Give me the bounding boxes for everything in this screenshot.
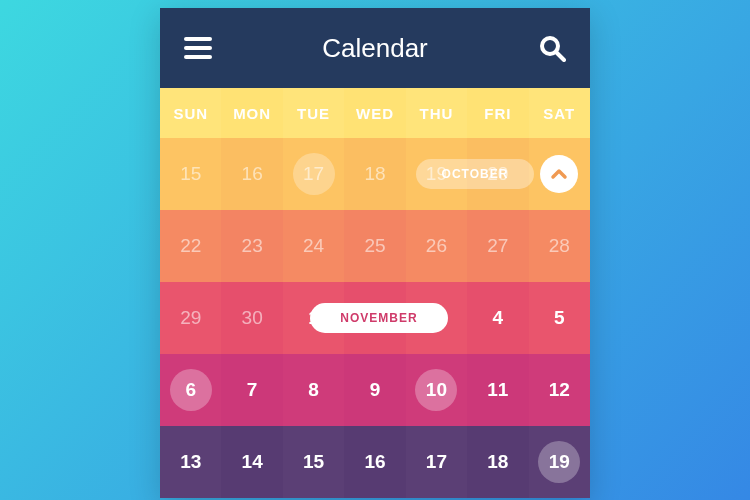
- day-cell[interactable]: 13: [160, 426, 221, 498]
- day-cell[interactable]: 25: [344, 210, 405, 282]
- day-cell[interactable]: 23: [221, 210, 282, 282]
- chevron-up-icon: [550, 165, 568, 183]
- day-cell[interactable]: 19: [529, 426, 590, 498]
- day-cell[interactable]: 26: [406, 210, 467, 282]
- svg-rect-2: [184, 55, 212, 59]
- svg-line-4: [556, 52, 564, 60]
- day-cell[interactable]: 12: [529, 354, 590, 426]
- weekday-label: FRI: [467, 88, 528, 138]
- day-cell[interactable]: 17: [283, 138, 344, 210]
- calendar-row: 15 16 17 18 19 20 21 OCTOBER: [160, 138, 590, 210]
- calendar-widget: Calendar SUN MON TUE WED THU FRI SAT 15 …: [160, 8, 590, 498]
- search-icon[interactable]: [536, 32, 568, 64]
- day-cell[interactable]: 4: [467, 282, 528, 354]
- menu-icon[interactable]: [182, 32, 214, 64]
- day-cell[interactable]: 6: [160, 354, 221, 426]
- day-cell[interactable]: 17: [406, 426, 467, 498]
- day-cell[interactable]: 30: [221, 282, 282, 354]
- calendar-row: 22 23 24 25 26 27 28: [160, 210, 590, 282]
- month-label-prev: OCTOBER: [416, 159, 534, 189]
- day-cell[interactable]: 11: [467, 354, 528, 426]
- weekday-label: WED: [344, 88, 405, 138]
- day-cell[interactable]: 27: [467, 210, 528, 282]
- day-cell[interactable]: 15: [160, 138, 221, 210]
- day-cell[interactable]: 29: [160, 282, 221, 354]
- weekday-label: MON: [221, 88, 282, 138]
- weekday-label: THU: [406, 88, 467, 138]
- calendar-row: 13 14 15 16 17 18 19: [160, 426, 590, 498]
- month-label-current: NOVEMBER: [310, 303, 448, 333]
- day-cell[interactable]: 18: [344, 138, 405, 210]
- day-cell[interactable]: 9: [344, 354, 405, 426]
- day-cell[interactable]: 8: [283, 354, 344, 426]
- day-cell[interactable]: 15: [283, 426, 344, 498]
- day-cell[interactable]: 16: [221, 138, 282, 210]
- calendar-row: 6 7 8 9 10 11 12: [160, 354, 590, 426]
- day-cell[interactable]: 22: [160, 210, 221, 282]
- day-cell[interactable]: 18: [467, 426, 528, 498]
- weekday-header: SUN MON TUE WED THU FRI SAT: [160, 88, 590, 138]
- calendar-header: Calendar: [160, 8, 590, 88]
- day-cell[interactable]: 24: [283, 210, 344, 282]
- day-cell[interactable]: 16: [344, 426, 405, 498]
- page-title: Calendar: [322, 33, 428, 64]
- day-cell[interactable]: 5: [529, 282, 590, 354]
- calendar-row: 29 30 1 2 3 4 5 NOVEMBER: [160, 282, 590, 354]
- weekday-label: SAT: [529, 88, 590, 138]
- svg-rect-0: [184, 37, 212, 41]
- svg-rect-1: [184, 46, 212, 50]
- day-cell[interactable]: 14: [221, 426, 282, 498]
- day-cell[interactable]: 28: [529, 210, 590, 282]
- weekday-label: TUE: [283, 88, 344, 138]
- day-cell[interactable]: 10: [406, 354, 467, 426]
- day-cell[interactable]: 7: [221, 354, 282, 426]
- weekday-label: SUN: [160, 88, 221, 138]
- scroll-up-button[interactable]: [540, 155, 578, 193]
